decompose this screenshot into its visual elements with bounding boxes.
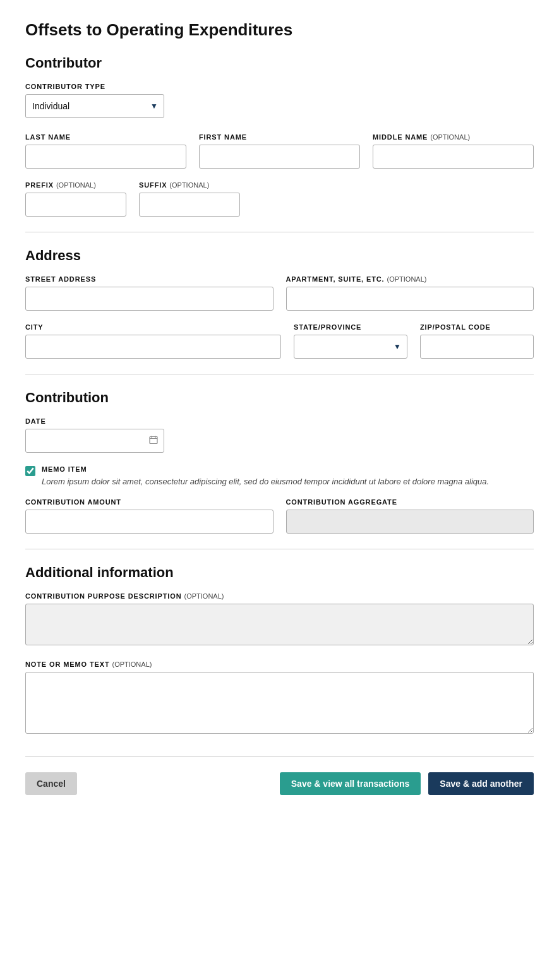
zip-col: ZIP/POSTAL CODE bbox=[420, 323, 534, 359]
first-name-label: FIRST NAME bbox=[199, 133, 360, 141]
contribution-aggregate-label: CONTRIBUTION AGGREGATE bbox=[286, 498, 534, 506]
suffix-input[interactable] bbox=[139, 193, 240, 217]
contribution-divider bbox=[25, 549, 534, 549]
address-row: STREET ADDRESS APARTMENT, SUITE, ETC. (O… bbox=[25, 275, 534, 311]
date-input[interactable] bbox=[25, 429, 164, 453]
memo-item-row: MEMO ITEM Lorem ipsum dolor sit amet, co… bbox=[25, 465, 534, 488]
city-state-zip-row: CITY STATE/PROVINCE ALAKAZCA COCTDCFL GA… bbox=[25, 323, 534, 359]
footer-actions: Cancel Save & view all transactions Save… bbox=[25, 756, 534, 795]
apartment-col: APARTMENT, SUITE, ETC. (OPTIONAL) bbox=[286, 275, 534, 311]
city-input[interactable] bbox=[25, 335, 281, 359]
contribution-section-title: Contribution bbox=[25, 390, 534, 406]
memo-item-label-wrap: MEMO ITEM Lorem ipsum dolor sit amet, co… bbox=[42, 465, 489, 488]
contributor-type-label: CONTRIBUTOR TYPE bbox=[25, 83, 164, 90]
apartment-label: APARTMENT, SUITE, ETC. (OPTIONAL) bbox=[286, 275, 534, 283]
last-name-input[interactable] bbox=[25, 145, 186, 169]
purpose-description-textarea[interactable] bbox=[25, 604, 534, 645]
state-label: STATE/PROVINCE bbox=[294, 323, 407, 331]
page-title: Offsets to Operating Expenditures bbox=[25, 20, 534, 40]
street-address-col: STREET ADDRESS bbox=[25, 275, 273, 311]
prefix-suffix-row: PREFIX (OPTIONAL) SUFFIX (OPTIONAL) bbox=[25, 181, 534, 217]
additional-info-section-title: Additional information bbox=[25, 565, 534, 581]
name-row: LAST NAME FIRST NAME MIDDLE NAME (OPTION… bbox=[25, 133, 534, 169]
amount-aggregate-row: CONTRIBUTION AMOUNT CONTRIBUTION AGGREGA… bbox=[25, 498, 534, 534]
suffix-col: SUFFIX (OPTIONAL) bbox=[139, 181, 240, 217]
zip-label: ZIP/POSTAL CODE bbox=[420, 323, 534, 331]
address-section-title: Address bbox=[25, 248, 534, 264]
middle-name-label: MIDDLE NAME (OPTIONAL) bbox=[373, 133, 534, 141]
date-label: DATE bbox=[25, 417, 534, 425]
note-memo-field: NOTE OR MEMO TEXT (OPTIONAL) bbox=[25, 660, 534, 736]
purpose-description-label: CONTRIBUTION PURPOSE DESCRIPTION (OPTION… bbox=[25, 592, 534, 600]
memo-item-text: Lorem ipsum dolor sit amet, consectetur … bbox=[42, 475, 489, 488]
prefix-label: PREFIX (OPTIONAL) bbox=[25, 181, 126, 189]
prefix-input[interactable] bbox=[25, 193, 126, 217]
apartment-input[interactable] bbox=[286, 287, 534, 311]
contributor-type-field: CONTRIBUTOR TYPE Individual Organization… bbox=[25, 83, 164, 118]
last-name-col: LAST NAME bbox=[25, 133, 186, 169]
address-divider bbox=[25, 374, 534, 374]
contribution-amount-label: CONTRIBUTION AMOUNT bbox=[25, 498, 273, 506]
contributor-type-select[interactable]: Individual Organization Committee bbox=[25, 94, 164, 118]
memo-item-checkbox[interactable] bbox=[25, 466, 35, 476]
note-memo-textarea[interactable] bbox=[25, 672, 534, 734]
contribution-amount-input[interactable] bbox=[25, 510, 273, 534]
city-label: CITY bbox=[25, 323, 281, 331]
middle-name-col: MIDDLE NAME (OPTIONAL) bbox=[373, 133, 534, 169]
suffix-spacer bbox=[253, 181, 534, 217]
save-view-all-button[interactable]: Save & view all transactions bbox=[280, 772, 421, 795]
last-name-label: LAST NAME bbox=[25, 133, 186, 141]
zip-input[interactable] bbox=[420, 335, 534, 359]
memo-item-label[interactable]: MEMO ITEM bbox=[42, 465, 489, 473]
state-select[interactable]: ALAKAZCA COCTDCFL GAHIILNY TXWA bbox=[294, 335, 407, 359]
suffix-label: SUFFIX (OPTIONAL) bbox=[139, 181, 240, 189]
save-add-another-button[interactable]: Save & add another bbox=[428, 772, 534, 795]
right-actions: Save & view all transactions Save & add … bbox=[280, 772, 534, 795]
cancel-button[interactable]: Cancel bbox=[25, 772, 77, 795]
street-address-label: STREET ADDRESS bbox=[25, 275, 273, 283]
state-col: STATE/PROVINCE ALAKAZCA COCTDCFL GAHIILN… bbox=[294, 323, 407, 359]
street-address-input[interactable] bbox=[25, 287, 273, 311]
contribution-aggregate-input bbox=[286, 510, 534, 534]
first-name-input[interactable] bbox=[199, 145, 360, 169]
city-col: CITY bbox=[25, 323, 281, 359]
note-memo-label: NOTE OR MEMO TEXT (OPTIONAL) bbox=[25, 660, 534, 668]
prefix-col: PREFIX (OPTIONAL) bbox=[25, 181, 126, 217]
contributor-section-title: Contributor bbox=[25, 55, 534, 71]
middle-name-input[interactable] bbox=[373, 145, 534, 169]
purpose-description-field: CONTRIBUTION PURPOSE DESCRIPTION (OPTION… bbox=[25, 592, 534, 648]
contributor-divider bbox=[25, 232, 534, 232]
date-field: DATE bbox=[25, 417, 534, 453]
contribution-aggregate-col: CONTRIBUTION AGGREGATE bbox=[286, 498, 534, 534]
first-name-col: FIRST NAME bbox=[199, 133, 360, 169]
contribution-amount-col: CONTRIBUTION AMOUNT bbox=[25, 498, 273, 534]
